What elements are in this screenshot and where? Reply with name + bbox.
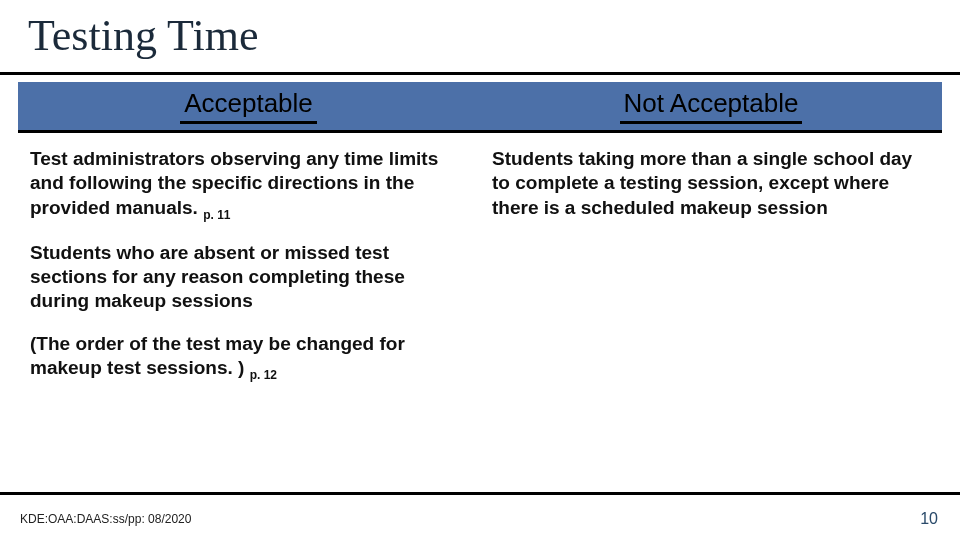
acceptable-p3-text: (The order of the test may be changed fo…	[30, 333, 405, 378]
acceptable-p2-text: Students who are absent or missed test s…	[30, 242, 405, 312]
acceptable-p2: Students who are absent or missed test s…	[30, 241, 458, 314]
acceptable-p3: (The order of the test may be changed fo…	[30, 332, 458, 383]
acceptable-p1-text: Test administrators observing any time l…	[30, 148, 438, 218]
cell-not-acceptable: Students taking more than a single schoo…	[480, 133, 942, 409]
page-number: 10	[920, 510, 938, 528]
acceptable-p1: Test administrators observing any time l…	[30, 147, 458, 223]
comparison-table: Acceptable Not Acceptable Test administr…	[18, 82, 942, 409]
page-title: Testing Time	[28, 10, 258, 61]
not-acceptable-p1-text: Students taking more than a single schoo…	[492, 148, 912, 218]
acceptable-p3-ref: p. 12	[250, 368, 277, 382]
col-header-not-acceptable-label: Not Acceptable	[620, 88, 803, 124]
table-body: Test administrators observing any time l…	[18, 133, 942, 409]
title-rule	[0, 72, 960, 75]
not-acceptable-p1: Students taking more than a single schoo…	[492, 147, 920, 220]
col-header-not-acceptable: Not Acceptable	[480, 82, 942, 130]
acceptable-p1-ref: p. 11	[203, 207, 230, 221]
col-header-acceptable: Acceptable	[18, 82, 480, 130]
slide: Testing Time Acceptable Not Acceptable T…	[0, 0, 960, 540]
footer-left: KDE:OAA:DAAS:ss/pp: 08/2020	[20, 512, 191, 526]
bottom-rule	[0, 492, 960, 495]
cell-acceptable: Test administrators observing any time l…	[18, 133, 480, 409]
table-header-row: Acceptable Not Acceptable	[18, 82, 942, 130]
col-header-acceptable-label: Acceptable	[180, 88, 317, 124]
